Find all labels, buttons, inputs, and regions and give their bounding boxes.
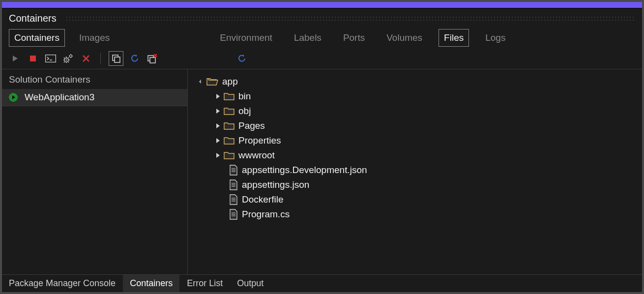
refresh-remove-icon[interactable] <box>146 52 159 65</box>
folder-icon <box>224 92 234 101</box>
separator <box>100 53 101 64</box>
ctab-ports[interactable]: Ports <box>338 29 370 47</box>
tree-file-dockerfile[interactable]: Dockerfile <box>191 192 639 207</box>
expander-closed-icon[interactable] <box>216 94 220 99</box>
tree-folder-pages[interactable]: Pages <box>191 118 639 133</box>
ctab-volumes[interactable]: Volumes <box>381 29 428 47</box>
tree-label: appsettings.json <box>242 179 309 190</box>
divider <box>2 106 187 106</box>
expander-closed-icon[interactable] <box>216 138 220 143</box>
play-icon[interactable] <box>9 52 22 65</box>
sidebar-section-header: Solution Containers <box>2 69 187 89</box>
file-tree[interactable]: app bin obj Pages Properties <box>191 74 639 222</box>
tab-images[interactable]: Images <box>74 29 115 47</box>
container-item-webapplication3[interactable]: WebApplication3 <box>2 89 187 106</box>
btab-error-list[interactable]: Error List <box>180 275 230 292</box>
tree-label: Properties <box>238 135 281 146</box>
tree-label: app <box>222 76 238 87</box>
expander-closed-icon[interactable] <box>216 123 220 128</box>
tree-file-appsettings-dev[interactable]: appsettings.Development.json <box>191 163 639 177</box>
tree-label: obj <box>238 106 251 117</box>
tree-file-appsettings[interactable]: appsettings.json <box>191 177 639 192</box>
body-split: Solution Containers WebApplication3 app … <box>2 69 642 274</box>
btab-output[interactable]: Output <box>230 275 271 292</box>
tree-folder-obj[interactable]: obj <box>191 104 639 118</box>
action-toolbar <box>2 48 642 69</box>
tree-label: Dockerfile <box>242 194 283 205</box>
refresh-icon[interactable] <box>128 52 141 65</box>
sidebar: Solution Containers WebApplication3 <box>2 69 188 274</box>
tree-folder-app[interactable]: app <box>191 74 639 89</box>
expander-closed-icon[interactable] <box>216 153 220 158</box>
delete-x-icon[interactable] <box>80 52 92 65</box>
ctab-environment[interactable]: Environment <box>214 29 278 47</box>
tab-row: Containers Images Environment Labels Por… <box>2 28 642 48</box>
panel-header: Containers <box>2 9 642 28</box>
folder-open-icon <box>206 77 218 87</box>
refresh-files-icon[interactable] <box>235 52 248 65</box>
file-icon <box>229 165 238 176</box>
folder-icon <box>224 121 234 130</box>
folder-icon <box>224 151 234 160</box>
title-accent-bar <box>2 2 642 9</box>
content-tabs: Environment Labels Ports Volumes Files L… <box>214 29 511 47</box>
ctab-labels[interactable]: Labels <box>289 29 327 47</box>
svg-point-4 <box>66 59 67 60</box>
folder-icon <box>224 136 234 145</box>
file-icon <box>229 209 238 220</box>
tree-label: appsettings.Development.json <box>242 165 367 176</box>
btab-package-manager-console[interactable]: Package Manager Console <box>2 275 123 292</box>
tree-label: Program.cs <box>242 209 290 220</box>
tab-containers[interactable]: Containers <box>9 29 65 47</box>
file-tree-area: app bin obj Pages Properties <box>188 69 642 274</box>
settings-gear-icon[interactable] <box>62 52 75 65</box>
tree-label: Pages <box>238 120 265 131</box>
expander-open-icon[interactable] <box>199 80 203 84</box>
tree-folder-bin[interactable]: bin <box>191 89 639 104</box>
ctab-logs[interactable]: Logs <box>480 29 511 47</box>
svg-rect-7 <box>115 57 120 62</box>
tree-folder-properties[interactable]: Properties <box>191 133 639 148</box>
tree-label: bin <box>238 91 251 102</box>
expander-closed-icon[interactable] <box>216 109 220 114</box>
bottom-tab-bar: Package Manager Console Containers Error… <box>2 274 642 292</box>
file-icon <box>229 179 238 190</box>
copy-icon[interactable] <box>109 51 123 66</box>
tree-label: wwwroot <box>238 150 275 161</box>
svg-rect-1 <box>46 55 56 62</box>
terminal-icon[interactable] <box>44 52 57 65</box>
svg-rect-0 <box>30 56 36 61</box>
left-tabs: Containers Images <box>9 29 115 47</box>
btab-containers[interactable]: Containers <box>123 275 180 292</box>
svg-rect-9 <box>150 58 155 63</box>
tree-folder-wwwroot[interactable]: wwwroot <box>191 148 639 163</box>
svg-point-5 <box>70 55 72 58</box>
container-item-label: WebApplication3 <box>25 92 94 103</box>
ctab-files[interactable]: Files <box>439 29 469 47</box>
folder-icon <box>224 107 234 116</box>
grip-dots[interactable] <box>65 16 635 21</box>
running-status-icon <box>9 93 18 102</box>
file-icon <box>229 194 238 205</box>
stop-icon[interactable] <box>27 52 39 65</box>
tree-file-program-cs[interactable]: Program.cs <box>191 207 639 222</box>
panel-title: Containers <box>9 13 57 24</box>
